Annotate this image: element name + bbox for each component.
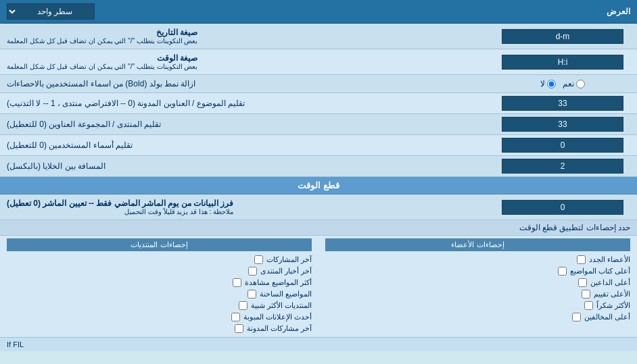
time-format-input-cell[interactable]: [488, 49, 637, 74]
bold-remove-input-cell[interactable]: نعم لا: [488, 75, 637, 93]
cell-spacing-label: المسافة بين الخلايا (بالبكسل): [7, 161, 105, 171]
time-cut-section-header: قطع الوقت: [0, 177, 637, 194]
forums-stat-item-4[interactable]: المواضيع الساخنة: [7, 288, 312, 300]
bold-remove-row: نعم لا ازالة نمط بولد (Bold) من اسماء ال…: [0, 75, 637, 93]
time-cut-row: فرز البيانات من يوم الماشر الماضي فقط --…: [0, 194, 637, 220]
cell-spacing-row: المسافة بين الخلايا (بالبكسل): [0, 156, 637, 177]
topic-order-label-cell: تقليم الموضوع / العناوين المدونة (0 -- ا…: [0, 93, 488, 113]
limit-header-row: حدد إحصاءات لتطبيق قطع الوقت: [0, 220, 637, 236]
members-stat-item-5[interactable]: الأكثر شكراً: [325, 300, 630, 311]
user-names-label-cell: تقليم أسماء المستخدمين (0 للتعطيل): [0, 135, 488, 155]
bold-remove-label: ازالة نمط بولد (Bold) من اسماء المستخدمي…: [7, 79, 195, 88]
time-format-label: صيغة الوقت بعض التكوينات يتطلب "/" التي …: [7, 53, 197, 70]
forums-stat-item-2[interactable]: آخر أخبار المنتدى: [7, 265, 312, 277]
bold-no-label[interactable]: لا: [540, 79, 556, 88]
time-format-label-cell: صيغة الوقت بعض التكوينات يتطلب "/" التي …: [0, 49, 488, 74]
user-names-input[interactable]: [502, 138, 623, 153]
forums-stat-cb-4[interactable]: [247, 290, 256, 298]
members-stats-col: إحصاءات الأعضاء الأعضاء الجدد أعلى كتاب …: [318, 236, 637, 337]
members-stat-item-3[interactable]: أعلى الداعين: [325, 277, 630, 288]
forum-order-input[interactable]: [502, 117, 623, 132]
date-format-label: صيغة التاريخ بعض التكوينات يتطلب "/" الت…: [7, 28, 197, 45]
members-stat-cb-2[interactable]: [558, 267, 567, 276]
forums-stat-item-1[interactable]: آخر المشاركات: [7, 254, 312, 265]
members-stat-item-4[interactable]: الأعلى تقييم: [325, 288, 630, 300]
cell-spacing-label-cell: المسافة بين الخلايا (بالبكسل): [0, 156, 488, 176]
forums-stat-cb-2[interactable]: [248, 267, 257, 276]
bold-radio-group[interactable]: نعم لا: [540, 79, 585, 88]
bold-remove-label-cell: ازالة نمط بولد (Bold) من اسماء المستخدمي…: [0, 75, 488, 93]
time-cut-label: فرز البيانات من يوم الماشر الماضي فقط --…: [7, 199, 233, 215]
cell-spacing-input-cell[interactable]: [488, 156, 637, 176]
forums-stat-cb-1[interactable]: [254, 255, 263, 264]
bottom-text: If FIL: [0, 338, 637, 351]
user-names-input-cell[interactable]: [488, 135, 637, 155]
time-cut-label-cell: فرز البيانات من يوم الماشر الماضي فقط --…: [0, 194, 488, 219]
forums-stat-item-5[interactable]: المنتديات الأكثر شبية: [7, 300, 312, 311]
bold-no-radio[interactable]: [547, 80, 556, 88]
forums-stat-cb-3[interactable]: [233, 278, 241, 287]
members-stats-header: إحصاءات الأعضاء: [325, 238, 630, 251]
forum-order-label: تقليم المنتدى / المجموعة العناوين (0 للت…: [7, 120, 161, 129]
header-row: العرض سطر واحدسطرينثلاثة أسطر: [0, 0, 637, 24]
checkboxes-container: إحصاءات الأعضاء الأعضاء الجدد أعلى كتاب …: [0, 236, 637, 338]
date-format-label-cell: صيغة التاريخ بعض التكوينات يتطلب "/" الت…: [0, 24, 488, 49]
page-title: العرض: [95, 7, 630, 16]
time-format-input[interactable]: [502, 55, 623, 70]
date-format-row: صيغة التاريخ بعض التكوينات يتطلب "/" الت…: [0, 24, 637, 49]
members-stat-cb-4[interactable]: [582, 290, 590, 298]
topic-order-row: تقليم الموضوع / العناوين المدونة (0 -- ا…: [0, 93, 637, 114]
main-container: العرض سطر واحدسطرينثلاثة أسطر صيغة التار…: [0, 0, 637, 351]
forums-stats-header: إحصاءات المنتديات: [7, 238, 312, 251]
topic-order-input-cell[interactable]: [488, 93, 637, 113]
forums-stat-item-6[interactable]: أحدث الإعلانات المبوبة: [7, 311, 312, 323]
forums-stats-col: إحصاءات المنتديات آخر المشاركات آخر أخبا…: [0, 236, 318, 337]
members-stat-item-2[interactable]: أعلى كتاب المواضيع: [325, 265, 630, 277]
members-stat-item-1[interactable]: الأعضاء الجدد: [325, 254, 630, 265]
forums-stat-cb-6[interactable]: [231, 313, 240, 321]
user-names-label: تقليم أسماء المستخدمين (0 للتعطيل): [7, 140, 133, 150]
members-stat-item-6[interactable]: أعلى المخالفين: [325, 311, 630, 323]
time-cut-input[interactable]: [502, 200, 623, 215]
members-stat-cb-5[interactable]: [584, 301, 593, 310]
view-select[interactable]: سطر واحدسطرينثلاثة أسطر: [7, 3, 95, 20]
forums-stat-item-3[interactable]: أكثر المواضيع مشاهدة: [7, 277, 312, 288]
view-select-container[interactable]: سطر واحدسطرينثلاثة أسطر: [7, 3, 95, 20]
topic-order-label: تقليم الموضوع / العناوين المدونة (0 -- ا…: [7, 99, 245, 108]
topic-order-input[interactable]: [502, 96, 623, 111]
cell-spacing-input[interactable]: [502, 159, 623, 174]
members-stat-cb-3[interactable]: [578, 278, 587, 287]
date-format-input-cell[interactable]: [488, 24, 637, 49]
time-format-row: صيغة الوقت بعض التكوينات يتطلب "/" التي …: [0, 49, 637, 75]
forum-order-row: تقليم المنتدى / المجموعة العناوين (0 للت…: [0, 114, 637, 135]
forum-order-input-cell[interactable]: [488, 114, 637, 134]
time-cut-input-cell[interactable]: [488, 194, 637, 219]
bold-yes-label[interactable]: نعم: [563, 79, 585, 88]
forum-order-label-cell: تقليم المنتدى / المجموعة العناوين (0 للت…: [0, 114, 488, 134]
forums-stat-item-7[interactable]: آخر مشاركات المدونة: [7, 323, 312, 334]
date-format-input[interactable]: [502, 29, 623, 44]
forums-stat-cb-7[interactable]: [235, 324, 243, 333]
limit-label: حدد إحصاءات لتطبيق قطع الوقت: [7, 223, 630, 232]
bold-yes-radio[interactable]: [576, 80, 585, 88]
members-stat-cb-1[interactable]: [577, 255, 586, 264]
members-stat-cb-6[interactable]: [572, 313, 581, 321]
user-names-row: تقليم أسماء المستخدمين (0 للتعطيل): [0, 135, 637, 156]
forums-stat-cb-5[interactable]: [239, 301, 247, 310]
